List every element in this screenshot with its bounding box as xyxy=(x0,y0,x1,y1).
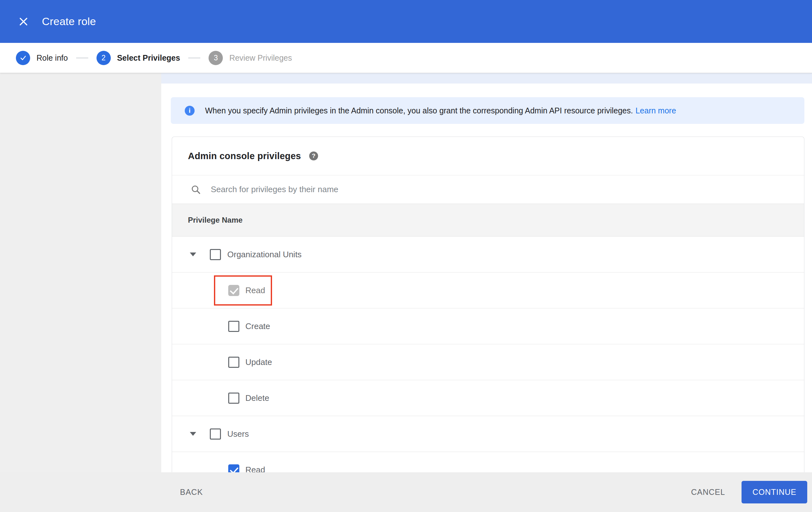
privilege-checkbox[interactable] xyxy=(228,321,239,332)
step-review-privileges[interactable]: 3 Review Privileges xyxy=(208,51,292,65)
privilege-label: Users xyxy=(227,429,249,439)
close-button[interactable] xyxy=(17,15,30,29)
expand-arrow-icon[interactable] xyxy=(190,252,196,256)
learn-more-link[interactable]: Learn more xyxy=(636,106,676,115)
stepper: Role info 2 Select Privileges 3 Review P… xyxy=(0,43,812,73)
content-area: i When you specify Admin privileges in t… xyxy=(161,73,812,472)
step-connector xyxy=(76,57,88,58)
footer-bar: BACK CANCEL CONTINUE xyxy=(0,472,812,512)
privilege-checkbox[interactable] xyxy=(228,285,239,296)
info-banner: i When you specify Admin privileges in t… xyxy=(171,97,804,124)
left-gutter xyxy=(0,73,161,472)
privilege-row: Read xyxy=(172,272,804,308)
search-input[interactable] xyxy=(211,185,804,194)
privilege-row: Users xyxy=(172,416,804,452)
titlebar: Create role xyxy=(0,0,812,43)
privilege-checkbox[interactable] xyxy=(228,357,239,368)
privileges-card: Admin console privileges ? Privilege Nam… xyxy=(172,137,804,472)
privilege-row: Organizational Units xyxy=(172,237,804,272)
privilege-label: Update xyxy=(245,357,272,367)
privilege-row: Read xyxy=(172,452,804,472)
help-icon[interactable]: ? xyxy=(309,152,318,160)
info-banner-text: When you specify Admin privileges in the… xyxy=(205,106,676,115)
privilege-label: Delete xyxy=(245,393,269,403)
column-header: Privilege Name xyxy=(172,204,804,237)
privilege-label: Read xyxy=(245,286,265,295)
cancel-button[interactable]: CANCEL xyxy=(691,488,725,497)
annotation-highlight-box: Read xyxy=(214,275,272,305)
privilege-checkbox[interactable] xyxy=(210,428,221,439)
privilege-label: Read xyxy=(245,465,265,473)
privilege-checkbox[interactable] xyxy=(228,464,239,473)
step-label: Role info xyxy=(36,53,68,62)
card-title-row: Admin console privileges ? xyxy=(172,137,804,175)
info-icon: i xyxy=(185,106,195,116)
step-label: Select Privileges xyxy=(117,53,180,62)
scrolled-banner-edge xyxy=(161,73,812,84)
privilege-row: Update xyxy=(172,344,804,380)
step-number: 3 xyxy=(208,51,223,65)
privilege-row: Create xyxy=(172,308,804,344)
step-connector xyxy=(188,57,200,58)
step-role-info[interactable]: Role info xyxy=(16,51,68,65)
page-title: Create role xyxy=(42,15,96,28)
search-icon xyxy=(191,184,201,195)
expand-arrow-icon[interactable] xyxy=(190,432,196,436)
privilege-checkbox[interactable] xyxy=(228,393,239,404)
continue-button[interactable]: CONTINUE xyxy=(742,481,807,504)
info-banner-message: When you specify Admin privileges in the… xyxy=(205,106,633,115)
privilege-checkbox[interactable] xyxy=(210,249,221,260)
page-body: i When you specify Admin privileges in t… xyxy=(0,73,812,472)
step-select-privileges[interactable]: 2 Select Privileges xyxy=(96,51,180,65)
close-icon xyxy=(18,16,30,28)
search-row xyxy=(172,175,804,204)
step-complete-check-icon xyxy=(16,51,30,65)
privilege-label: Create xyxy=(245,321,270,331)
privilege-label: Organizational Units xyxy=(227,250,301,260)
privilege-rows: Organizational UnitsReadCreateUpdateDele… xyxy=(172,237,804,472)
step-label: Review Privileges xyxy=(229,53,292,62)
card-title: Admin console privileges xyxy=(188,151,301,161)
privilege-row: Delete xyxy=(172,380,804,416)
back-button[interactable]: BACK xyxy=(180,488,203,497)
step-number: 2 xyxy=(96,51,111,65)
